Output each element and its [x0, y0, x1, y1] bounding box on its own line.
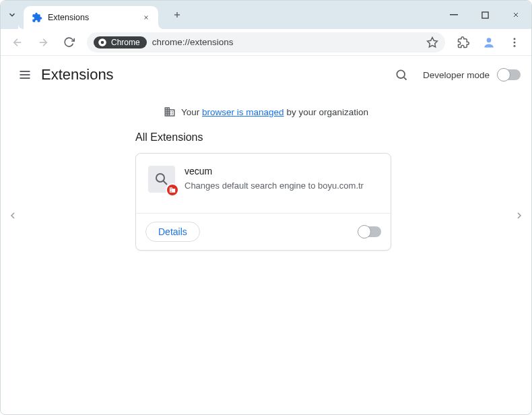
minimize-icon: [450, 11, 458, 19]
svg-point-16: [514, 44, 516, 46]
url-text: chrome://extensions: [152, 37, 234, 47]
close-icon: [512, 11, 520, 19]
building-icon: [164, 106, 176, 118]
window-close-button[interactable]: [500, 1, 531, 29]
extension-toggle[interactable]: [358, 226, 381, 237]
extension-icon-wrap: [148, 166, 175, 193]
search-button[interactable]: [388, 61, 415, 88]
chrome-icon: [98, 38, 107, 47]
svg-point-13: [487, 38, 492, 42]
tab-title: Extensions: [48, 13, 135, 22]
chevron-right-icon: [514, 210, 525, 221]
extension-card: vecum Changes default search engine to b…: [135, 153, 391, 251]
star-icon: [426, 36, 438, 49]
svg-point-20: [397, 70, 405, 78]
address-bar[interactable]: Chrome chrome://extensions: [87, 32, 445, 53]
extensions-section: All Extensions vecum Changes default sea…: [1, 125, 531, 251]
site-chip-label: Chrome: [111, 38, 140, 47]
svg-point-11: [101, 40, 104, 44]
managed-suffix: by your organization: [284, 107, 368, 117]
managed-link[interactable]: browser is managed: [202, 107, 284, 117]
page-title: Extensions: [41, 66, 114, 84]
extension-description: Changes default search engine to boyu.co…: [185, 181, 364, 191]
extensions-header: Extensions Developer mode: [1, 56, 531, 94]
scroll-prev-button[interactable]: [5, 208, 21, 224]
svg-line-21: [404, 77, 407, 80]
window-titlebar: Extensions: [1, 1, 531, 29]
window-controls: [438, 1, 531, 29]
profile-icon: [482, 36, 496, 49]
details-button[interactable]: Details: [145, 222, 200, 242]
hamburger-icon: [18, 68, 32, 82]
arrow-left-icon: [11, 36, 24, 49]
nav-forward-button[interactable]: [32, 31, 55, 54]
extension-text: vecum Changes default search engine to b…: [185, 166, 364, 193]
svg-line-23: [164, 181, 168, 185]
browser-tab[interactable]: Extensions: [24, 6, 158, 29]
scroll-next-button[interactable]: [511, 208, 527, 224]
minimize-button[interactable]: [438, 1, 469, 29]
svg-marker-12: [428, 37, 438, 46]
svg-rect-4: [450, 14, 458, 15]
section-title: All Extensions: [135, 131, 531, 143]
policy-badge: [166, 183, 179, 197]
reload-button[interactable]: [57, 31, 80, 54]
puzzle-icon: [32, 12, 42, 23]
developer-mode-toggle[interactable]: [498, 69, 521, 80]
main-menu-button[interactable]: [11, 61, 38, 88]
site-chip[interactable]: Chrome: [94, 36, 147, 49]
extension-name: vecum: [185, 166, 364, 177]
building-small-icon: [169, 187, 176, 193]
plus-icon: [172, 10, 182, 20]
card-footer: Details: [136, 213, 391, 250]
profile-button[interactable]: [477, 31, 500, 54]
managed-prefix: Your: [181, 107, 202, 117]
reload-icon: [63, 36, 75, 48]
tab-close-button[interactable]: [141, 12, 152, 23]
developer-mode-label: Developer mode: [423, 70, 490, 80]
nav-back-button[interactable]: [6, 31, 29, 54]
browser-toolbar: Chrome chrome://extensions: [1, 29, 531, 56]
search-icon: [395, 68, 408, 82]
dots-vertical-icon: [508, 36, 521, 49]
maximize-button[interactable]: [469, 1, 500, 29]
chevron-down-icon: [7, 10, 17, 20]
svg-point-22: [156, 174, 164, 182]
arrow-right-icon: [37, 36, 49, 49]
svg-rect-5: [481, 11, 488, 18]
maximize-icon: [481, 11, 489, 19]
new-tab-button[interactable]: [168, 5, 187, 24]
puzzle-outline-icon: [457, 36, 469, 49]
close-icon: [143, 14, 149, 21]
managed-banner: Your browser is managed by your organiza…: [1, 94, 531, 125]
bookmark-button[interactable]: [426, 36, 438, 49]
extensions-button[interactable]: [452, 31, 475, 54]
svg-point-14: [514, 38, 516, 40]
menu-button[interactable]: [503, 31, 526, 54]
svg-point-15: [514, 41, 516, 43]
chevron-left-icon: [7, 210, 18, 221]
